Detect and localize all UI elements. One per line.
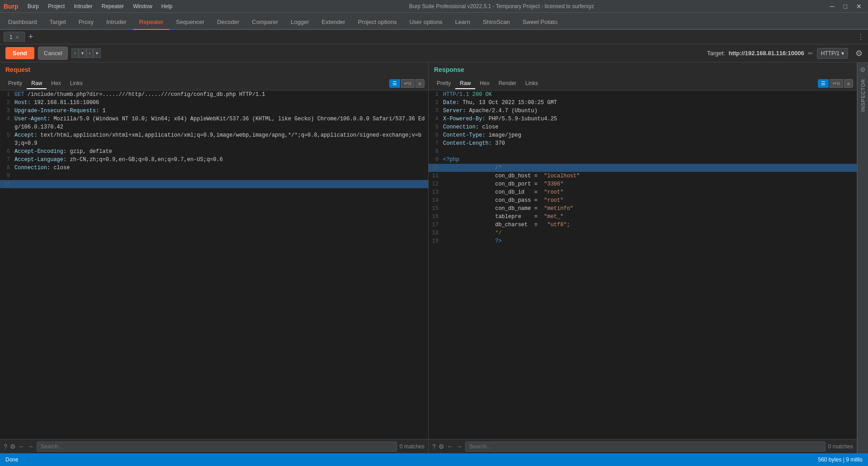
line-number: 7 xyxy=(0,156,13,164)
response-tab-hex[interactable]: Hex xyxy=(475,78,494,89)
code-line: 14 con_db_pass = "root" xyxy=(429,196,857,204)
line-content: */ xyxy=(441,229,857,237)
menu-help[interactable]: Help xyxy=(158,2,176,10)
inspector-settings-icon[interactable]: ⚙ xyxy=(858,64,868,75)
request-tab-raw[interactable]: Raw xyxy=(27,78,47,89)
line-content xyxy=(13,180,428,188)
response-view-toggles: ☰ ↵n ≡ xyxy=(818,79,853,88)
code-line: 2Host: 192.168.81.116:10006 xyxy=(0,99,428,107)
line-number: 17 xyxy=(429,221,441,229)
line-content: Content-Type: image/jpeg xyxy=(441,131,857,139)
code-line: 4X-Powered-By: PHP/5.5.9-1ubuntu4.25 xyxy=(429,115,857,123)
line-number: 7 xyxy=(429,139,441,147)
code-line: 8Connection: close xyxy=(0,164,428,172)
request-tab-pretty[interactable]: Pretty xyxy=(4,78,27,89)
http-version-selector[interactable]: HTTP/1 ▾ xyxy=(817,48,848,59)
nav-repeater[interactable]: Repeater xyxy=(133,15,170,30)
request-tab-links[interactable]: Links xyxy=(66,78,87,89)
line-number: 9 xyxy=(0,172,13,180)
response-search-settings-icon[interactable]: ⚙ xyxy=(439,443,444,450)
nav-proxy[interactable]: Proxy xyxy=(72,15,100,30)
add-tab-button[interactable]: + xyxy=(25,32,37,42)
nav-learn[interactable]: Learn xyxy=(449,15,476,30)
response-search-forward-icon[interactable]: → xyxy=(456,443,462,450)
line-content: Accept-Encoding: gzip, deflate xyxy=(13,147,428,156)
line-content: Host: 192.168.81.116:10006 xyxy=(13,99,428,107)
menu-window[interactable]: Window xyxy=(129,2,156,10)
menu-repeater[interactable]: Repeater xyxy=(98,2,127,10)
line-number: 6 xyxy=(0,147,13,156)
forward-button[interactable]: › xyxy=(86,48,93,58)
close-button[interactable]: ✕ xyxy=(854,2,864,11)
cancel-button[interactable]: Cancel xyxy=(38,47,68,60)
inspector-button[interactable]: ⚙ xyxy=(855,48,863,58)
nav-shiroscan[interactable]: ShiroScan xyxy=(476,15,516,30)
back-button[interactable]: ‹ xyxy=(71,48,78,58)
response-view-wrap[interactable]: ↵n xyxy=(830,79,843,88)
request-view-wrap[interactable]: ↵n xyxy=(401,79,414,88)
nav-project-options[interactable]: Project options xyxy=(352,15,403,30)
response-search-help-icon[interactable]: ? xyxy=(432,443,436,450)
request-search-forward-icon[interactable]: → xyxy=(28,443,34,450)
minimize-button[interactable]: ─ xyxy=(827,2,837,11)
code-line: 8 xyxy=(429,147,857,156)
line-number: 14 xyxy=(429,196,441,204)
response-tab-pretty[interactable]: Pretty xyxy=(432,78,455,89)
request-view-list[interactable]: ☰ xyxy=(389,79,400,88)
response-search-bar: ? ⚙ ← → 0 matches xyxy=(429,439,857,453)
response-tab-raw[interactable]: Raw xyxy=(455,78,475,89)
code-line: 5Connection: close xyxy=(429,123,857,131)
code-line: 13 con_db_id = "root" xyxy=(429,188,857,196)
line-content: Connection: close xyxy=(441,123,857,131)
request-search-help-icon[interactable]: ? xyxy=(4,443,7,450)
line-number: 16 xyxy=(429,213,441,221)
maximize-button[interactable]: □ xyxy=(841,2,850,11)
nav-intruder[interactable]: Intruder xyxy=(100,15,133,30)
request-editor[interactable]: 1GET /include/thumb.php?dir=.....///http… xyxy=(0,90,428,439)
response-view-menu[interactable]: ≡ xyxy=(844,79,853,88)
response-tab-render[interactable]: Render xyxy=(494,78,521,89)
back-dropdown-button[interactable]: ▾ xyxy=(79,48,86,58)
send-button[interactable]: Send xyxy=(5,47,34,59)
code-line: 1GET /include/thumb.php?dir=.....///http… xyxy=(0,90,428,99)
line-content: Upgrade-Insecure-Requests: 1 xyxy=(13,107,428,115)
line-content xyxy=(441,147,857,156)
tab-close-icon[interactable]: ✕ xyxy=(15,35,19,40)
nav-comparer[interactable]: Comparer xyxy=(245,15,284,30)
line-number: 11 xyxy=(429,172,441,180)
request-search-input[interactable] xyxy=(37,442,397,452)
code-line: 10 xyxy=(0,180,428,188)
nav-user-options[interactable]: User options xyxy=(403,15,449,30)
menu-burp[interactable]: Burp xyxy=(24,2,42,10)
nav-logger[interactable]: Logger xyxy=(284,15,315,30)
line-number: 15 xyxy=(429,204,441,213)
nav-sequencer[interactable]: Sequencer xyxy=(170,15,211,30)
line-number: 8 xyxy=(429,147,441,156)
line-number: 18 xyxy=(429,229,441,237)
menu-intruder[interactable]: Intruder xyxy=(70,2,96,10)
forward-dropdown-button[interactable]: ▾ xyxy=(93,48,101,58)
target-edit-icon[interactable]: ✏ xyxy=(808,50,813,57)
repeater-tab-1[interactable]: 1 ✕ xyxy=(4,32,25,42)
nav-extender[interactable]: Extender xyxy=(316,15,352,30)
response-search-input[interactable] xyxy=(465,442,826,452)
response-view-list[interactable]: ☰ xyxy=(818,79,829,88)
request-search-back-icon[interactable]: ← xyxy=(19,443,25,450)
nav-decoder[interactable]: Decoder xyxy=(211,15,245,30)
nav-dashboard[interactable]: Dashboard xyxy=(2,15,43,30)
inspector-label[interactable]: INSPECTOR xyxy=(860,75,866,115)
menu-project[interactable]: Project xyxy=(44,2,68,10)
nav-sweet-potato[interactable]: Sweet Potato xyxy=(516,15,564,30)
nav-bar: Dashboard Target Proxy Intruder Repeater… xyxy=(0,13,868,30)
line-content: <?php xyxy=(441,156,857,164)
response-search-back-icon[interactable]: ← xyxy=(447,443,453,450)
request-view-menu[interactable]: ≡ xyxy=(415,79,425,88)
line-content: Connection: close xyxy=(13,164,428,172)
nav-target[interactable]: Target xyxy=(43,15,72,30)
request-search-settings-icon[interactable]: ⚙ xyxy=(10,443,16,450)
response-editor[interactable]: 1HTTP/1.1 200 OK2Date: Thu, 13 Oct 2022 … xyxy=(429,90,857,439)
response-tab-links[interactable]: Links xyxy=(521,78,542,89)
title-bar: Burp Burp Project Intruder Repeater Wind… xyxy=(0,0,868,13)
request-tab-hex[interactable]: Hex xyxy=(47,78,65,89)
tab-overflow-icon[interactable]: ⋮ xyxy=(857,33,864,41)
